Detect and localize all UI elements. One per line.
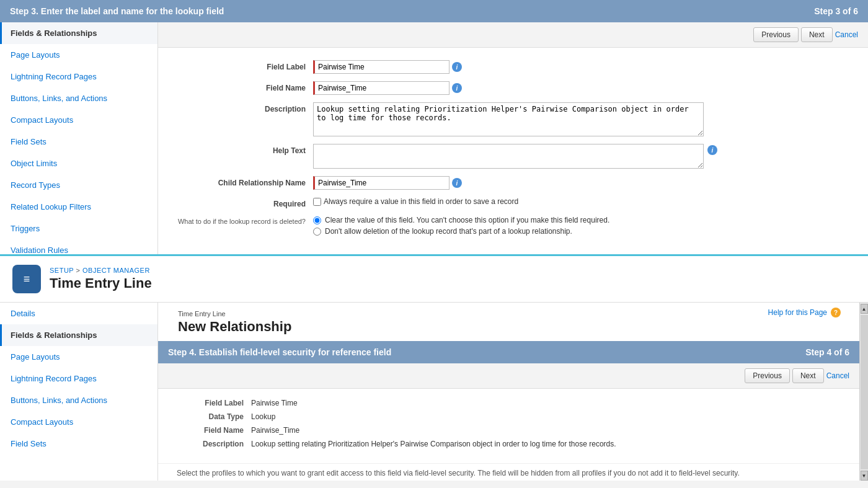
object-info: SETUP > OBJECT MANAGER Time Entry Line — [50, 267, 152, 291]
sidebar-details[interactable]: Details — [0, 303, 157, 324]
bottom-content: Time Entry Line New Relationship Help fo… — [158, 303, 859, 481]
help-text-textarea[interactable] — [313, 144, 704, 169]
help-link-area: Help for this Page ? — [768, 308, 841, 317]
step3-title: Step 3. Enter the label and name for the… — [10, 6, 224, 16]
description-textarea[interactable]: Lookup setting relating Prioritization H… — [313, 102, 704, 136]
bottom-field-name-label: Field Name — [177, 426, 251, 435]
field-name-label: Field Name — [177, 81, 313, 92]
help-icon: ? — [831, 308, 841, 317]
object-icon: ≡ — [12, 265, 41, 293]
step4-label: Step 4 of 6 — [805, 347, 849, 357]
help-text-info-icon[interactable]: i — [707, 145, 717, 155]
help-link[interactable]: Help for this Page — [768, 308, 827, 317]
top-next-button[interactable]: Next — [801, 27, 833, 42]
deleted-label-text: What to do if the lookup record is delet… — [178, 218, 306, 225]
object-breadcrumb: SETUP > OBJECT MANAGER — [50, 267, 152, 274]
deleted-radio-group: Clear the value of this field. You can't… — [313, 216, 609, 236]
bottom-description-row: Description Lookup setting relating Prio… — [177, 440, 841, 448]
bottom-field-name-row: Field Name Pairwise_Time — [177, 426, 841, 435]
bottom-field-label-label: Field Label — [177, 399, 251, 407]
sidebar-page-layouts[interactable]: Page Layouts — [0, 346, 157, 368]
scroll-down-button[interactable]: ▼ — [861, 471, 868, 481]
scroll-up-button[interactable]: ▲ — [861, 304, 868, 314]
deleted-label: What to do if the lookup record is delet… — [177, 216, 313, 226]
required-checkbox[interactable] — [313, 198, 321, 206]
bottom-field-name-value: Pairwise_Time — [251, 426, 299, 435]
top-previous-button[interactable]: Previous — [753, 27, 799, 42]
field-name-input[interactable] — [313, 81, 450, 95]
bottom-pane: Details Fields & Relationships Page Layo… — [0, 303, 868, 481]
description-row: Description Lookup setting relating Prio… — [177, 102, 849, 136]
sidebar-item-validation-rules[interactable]: Validation Rules — [0, 239, 157, 254]
sidebar-compact-layouts[interactable]: Compact Layouts — [0, 411, 157, 433]
sidebar-fields-relationships[interactable]: Fields & Relationships — [0, 324, 157, 346]
radio-clear[interactable] — [313, 216, 321, 224]
child-rel-name-input[interactable] — [313, 176, 450, 190]
field-name-row: Field Name i — [177, 81, 849, 95]
radio-no-delete-label: Don't allow deletion of the lookup recor… — [325, 227, 572, 236]
bottom-data-type-value: Lookup — [251, 412, 275, 421]
help-text-row: Help Text i — [177, 144, 849, 169]
bottom-form-area: Field Label Pairwise Time Data Type Look… — [158, 389, 859, 463]
object-header: ≡ SETUP > OBJECT MANAGER Time Entry Line — [0, 254, 868, 303]
bottom-toolbar: Previous Next Cancel — [158, 363, 859, 389]
required-checkbox-label: Always require a value in this field in … — [324, 197, 518, 206]
sidebar-item-fields-relationships[interactable]: Fields & Relationships — [0, 22, 157, 44]
child-rel-name-row: Child Relationship Name i — [177, 176, 849, 190]
required-row: Required Always require a value in this … — [177, 197, 849, 208]
object-icon-symbol: ≡ — [24, 273, 30, 286]
object-title: Time Entry Line — [50, 275, 152, 291]
sidebar-item-page-layouts[interactable]: Page Layouts — [0, 44, 157, 66]
step4-header: Step 4. Establish field-level security f… — [158, 341, 859, 363]
field-name-info-icon[interactable]: i — [452, 83, 462, 93]
bottom-field-label-row: Field Label Pairwise Time — [177, 399, 841, 407]
security-note: Select the profiles to which you want to… — [158, 463, 859, 481]
bottom-field-label-value: Pairwise Time — [251, 399, 298, 407]
bottom-content-wrap: Time Entry Line New Relationship Help fo… — [158, 303, 868, 481]
field-name-input-wrap: i — [313, 81, 462, 95]
sidebar-item-related-lookup-filters[interactable]: Related Lookup Filters — [0, 196, 157, 218]
bottom-breadcrumb: Time Entry Line — [168, 306, 849, 317]
sidebar-item-lightning-record-pages[interactable]: Lightning Record Pages — [0, 66, 157, 87]
field-label-info-icon[interactable]: i — [452, 62, 462, 72]
bottom-sidebar: Details Fields & Relationships Page Layo… — [0, 303, 158, 481]
bottom-header-area: Time Entry Line New Relationship Help fo… — [158, 303, 859, 341]
description-label: Description — [177, 102, 313, 113]
bottom-title: New Relationship — [168, 317, 849, 341]
sidebar-buttons-links-actions[interactable]: Buttons, Links, and Actions — [0, 389, 157, 411]
required-label: Required — [177, 197, 313, 208]
bottom-previous-button[interactable]: Previous — [745, 368, 790, 383]
radio-no-delete-item[interactable]: Don't allow deletion of the lookup recor… — [313, 227, 609, 236]
step3-header: Step 3. Enter the label and name for the… — [0, 0, 868, 22]
top-sidebar: Fields & Relationships Page Layouts Ligh… — [0, 22, 158, 254]
field-label-row: Field Label i — [177, 60, 849, 74]
bottom-description-label: Description — [177, 440, 251, 448]
breadcrumb-object-manager[interactable]: OBJECT MANAGER — [82, 267, 150, 274]
scrollbar: ▲ ▼ — [859, 303, 868, 481]
top-cancel-button[interactable]: Cancel — [835, 27, 858, 42]
field-label-input[interactable] — [313, 60, 450, 74]
required-input-wrap: Always require a value in this field in … — [313, 197, 518, 206]
sidebar-field-sets[interactable]: Field Sets — [0, 433, 157, 455]
radio-no-delete[interactable] — [313, 228, 321, 236]
step4-title: Step 4. Establish field-level security f… — [168, 347, 391, 357]
child-rel-name-info-icon[interactable]: i — [452, 178, 462, 188]
step3-label: Step 3 of 6 — [814, 6, 858, 16]
bottom-next-button[interactable]: Next — [792, 368, 824, 383]
bottom-cancel-button[interactable]: Cancel — [826, 368, 849, 383]
sidebar-item-record-types[interactable]: Record Types — [0, 174, 157, 196]
bottom-data-type-label: Data Type — [177, 412, 251, 421]
sidebar-item-triggers[interactable]: Triggers — [0, 218, 157, 239]
scroll-thumb[interactable] — [861, 315, 868, 469]
field-label-input-wrap: i — [313, 60, 462, 74]
top-toolbar: Previous Next Cancel — [158, 22, 868, 48]
sidebar-item-buttons-links-actions[interactable]: Buttons, Links, and Actions — [0, 87, 157, 109]
top-main-content: Previous Next Cancel Field Label i — [158, 22, 868, 254]
breadcrumb-setup[interactable]: SETUP — [50, 267, 74, 274]
sidebar-lightning-record-pages[interactable]: Lightning Record Pages — [0, 368, 157, 389]
sidebar-item-field-sets[interactable]: Field Sets — [0, 131, 157, 153]
sidebar-item-compact-layouts[interactable]: Compact Layouts — [0, 109, 157, 131]
radio-clear-item[interactable]: Clear the value of this field. You can't… — [313, 216, 609, 224]
child-rel-name-input-wrap: i — [313, 176, 462, 190]
sidebar-item-object-limits[interactable]: Object Limits — [0, 153, 157, 174]
